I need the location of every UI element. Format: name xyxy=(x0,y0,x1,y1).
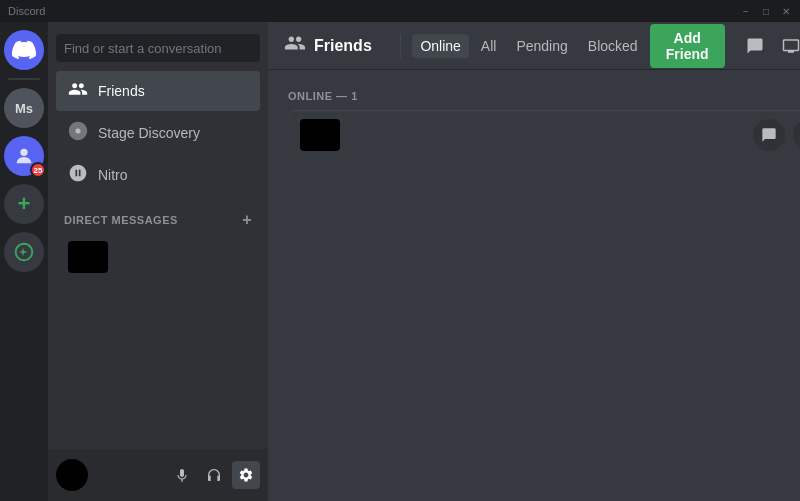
server-divider xyxy=(8,78,40,80)
search-bar xyxy=(48,22,268,70)
title-bar-title: Discord xyxy=(8,5,45,17)
user-panel-controls xyxy=(168,461,260,489)
friend-actions xyxy=(753,119,800,151)
minimize-button[interactable]: − xyxy=(740,5,752,17)
channel-sidebar: Friends Stage Discovery Nitro Direct Mes… xyxy=(48,22,268,501)
topbar-friends-icon xyxy=(284,32,306,59)
user-panel xyxy=(48,449,268,501)
direct-messages-header: Direct Messages + xyxy=(48,196,268,232)
add-dm-button[interactable]: + xyxy=(242,212,252,228)
tab-online[interactable]: Online xyxy=(412,34,468,58)
topbar-right-icons xyxy=(741,32,800,60)
top-bar: Friends Online All Pending Blocked Add F… xyxy=(268,22,800,70)
dm-avatar xyxy=(68,241,108,273)
add-friend-button[interactable]: Add Friend xyxy=(650,24,725,68)
online-header: Online — 1 xyxy=(288,90,800,102)
main-content: Friends Online All Pending Blocked Add F… xyxy=(268,22,800,501)
monitor-icon-button[interactable] xyxy=(777,32,800,60)
tab-blocked[interactable]: Blocked xyxy=(580,34,646,58)
stage-discovery-label: Stage Discovery xyxy=(98,125,200,141)
headphone-button[interactable] xyxy=(200,461,228,489)
dm-item[interactable] xyxy=(56,233,260,281)
mic-button[interactable] xyxy=(168,461,196,489)
add-server-button[interactable]: + xyxy=(4,184,44,224)
friend-avatar-wrap xyxy=(300,119,340,151)
tab-all[interactable]: All xyxy=(473,34,505,58)
topbar-divider xyxy=(400,34,401,58)
maximize-button[interactable]: □ xyxy=(760,5,772,17)
server-sidebar: Ms 25 + xyxy=(0,22,48,501)
search-input[interactable] xyxy=(64,41,252,56)
friend-row[interactable] xyxy=(288,110,800,159)
svg-point-0 xyxy=(20,149,27,156)
close-button[interactable]: ✕ xyxy=(780,5,792,17)
tab-pending[interactable]: Pending xyxy=(508,34,575,58)
home-button[interactable] xyxy=(4,30,44,70)
nav-nitro[interactable]: Nitro xyxy=(56,155,260,195)
nav-stage-discovery[interactable]: Stage Discovery xyxy=(56,113,260,153)
discover-servers-button[interactable] xyxy=(4,232,44,272)
friends-icon xyxy=(68,79,88,103)
nitro-label: Nitro xyxy=(98,167,128,183)
nav-friends[interactable]: Friends xyxy=(56,71,260,111)
dm-header-label: Direct Messages xyxy=(64,214,178,226)
friends-area: Online — 1 xyxy=(268,70,800,501)
friend-message-button[interactable] xyxy=(753,119,785,151)
friend-avatar xyxy=(300,119,340,151)
user-avatar xyxy=(56,459,88,491)
search-input-wrap[interactable] xyxy=(56,34,260,62)
chat-icon-button[interactable] xyxy=(741,32,769,60)
topbar-title: Friends xyxy=(314,37,372,55)
title-bar: Discord − □ ✕ xyxy=(0,0,800,22)
server-avatar[interactable]: 25 xyxy=(4,136,44,176)
notification-badge: 25 xyxy=(30,162,46,178)
friends-label: Friends xyxy=(98,83,145,99)
server-ms[interactable]: Ms xyxy=(4,88,44,128)
title-bar-controls: − □ ✕ xyxy=(740,5,792,17)
friend-more-button[interactable] xyxy=(793,119,800,151)
nitro-icon xyxy=(68,163,88,187)
app-body: Ms 25 + xyxy=(0,22,800,501)
settings-button[interactable] xyxy=(232,461,260,489)
stage-discovery-icon xyxy=(68,121,88,145)
